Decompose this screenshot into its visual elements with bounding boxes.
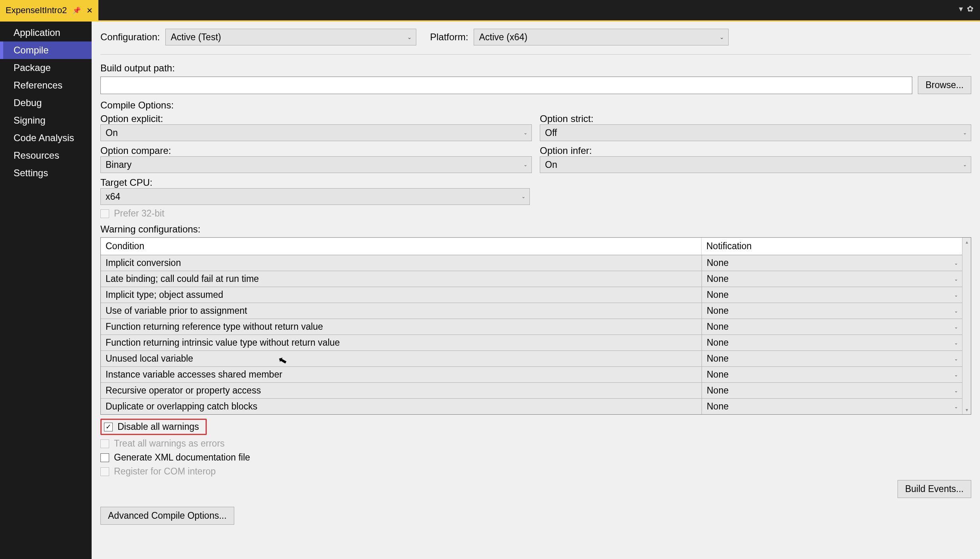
disable-all-warnings-checkbox[interactable]: ✓ (104, 423, 113, 431)
generate-xml-doc-label: Generate XML documentation file (114, 452, 250, 463)
build-output-path-input[interactable] (100, 77, 912, 94)
tab-bar: ExpenseItIntro2 📌 ✕ ▾ ✿ (0, 0, 980, 22)
disable-all-warnings-label: Disable all warnings (118, 421, 199, 432)
chevron-down-icon: ⌄ (954, 308, 958, 314)
advanced-compile-options-button[interactable]: Advanced Compile Options... (100, 507, 234, 525)
warning-config-heading: Warning configurations: (100, 224, 971, 235)
sidebar-item-settings[interactable]: Settings (0, 164, 92, 182)
option-strict-value: Off (545, 128, 557, 138)
warnings-table-row: Implicit conversionNone⌄ (101, 255, 962, 271)
treat-warnings-as-errors-checkbox (100, 439, 109, 448)
prefer-32bit-checkbox (100, 209, 109, 218)
tabbar-overflow[interactable]: ▾ ✿ (959, 0, 980, 14)
warnings-table-row: Late binding; call could fail at run tim… (101, 271, 962, 287)
warning-condition-cell: Implicit conversion (101, 255, 702, 271)
platform-dropdown[interactable]: Active (x64) ⌄ (474, 29, 729, 45)
col-notification[interactable]: Notification (702, 238, 962, 255)
project-properties-sidebar: Application Compile Package References D… (0, 22, 92, 559)
option-compare-value: Binary (106, 159, 131, 170)
sidebar-item-resources[interactable]: Resources (0, 147, 92, 164)
warnings-table-row: Function returning intrinsic value type … (101, 335, 962, 351)
sidebar-item-code-analysis[interactable]: Code Analysis (0, 129, 92, 147)
treat-warnings-as-errors-label: Treat all warnings as errors (114, 438, 225, 449)
sidebar-item-signing[interactable]: Signing (0, 112, 92, 129)
option-compare-label: Option compare: (100, 145, 532, 156)
document-tab[interactable]: ExpenseItIntro2 📌 ✕ (0, 0, 98, 21)
option-infer-dropdown[interactable]: On ⌄ (540, 156, 971, 173)
browse-button[interactable]: Browse... (918, 76, 971, 94)
configuration-label: Configuration: (100, 31, 160, 43)
option-infer-label: Option infer: (540, 145, 971, 156)
col-condition[interactable]: Condition (101, 238, 702, 255)
register-com-interop-label: Register for COM interop (114, 466, 216, 477)
chevron-down-icon: ⌄ (523, 130, 527, 136)
option-explicit-value: On (106, 128, 118, 138)
warnings-table-row: Unused local variableNone⌄ (101, 351, 962, 367)
warning-notification-dropdown[interactable]: None⌄ (702, 351, 962, 366)
table-scrollbar[interactable]: ▴ ▾ (962, 238, 971, 414)
chevron-down-icon: ⌄ (963, 130, 967, 136)
platform-value: Active (x64) (479, 32, 527, 43)
warning-notification-dropdown[interactable]: None⌄ (702, 271, 962, 287)
warnings-table-row: Recursive operator or property accessNon… (101, 383, 962, 399)
warning-condition-cell: Function returning intrinsic value type … (101, 335, 702, 350)
warning-notification-dropdown[interactable]: None⌄ (702, 287, 962, 303)
option-explicit-label: Option explicit: (100, 113, 532, 124)
platform-label: Platform: (430, 31, 468, 43)
warnings-table-row: Implicit type; object assumedNone⌄ (101, 287, 962, 303)
sidebar-item-package[interactable]: Package (0, 59, 92, 77)
chevron-down-icon: ⌄ (954, 372, 958, 378)
warning-condition-cell: Function returning reference type withou… (101, 319, 702, 335)
scroll-up-icon[interactable]: ▴ (966, 239, 968, 245)
tab-title: ExpenseItIntro2 (6, 5, 67, 16)
chevron-down-icon: ⌄ (954, 388, 958, 394)
chevron-down-icon: ⌄ (954, 404, 958, 409)
warning-notification-dropdown[interactable]: None⌄ (702, 335, 962, 350)
dropdown-icon[interactable]: ▾ (959, 4, 963, 14)
sidebar-item-compile[interactable]: Compile (0, 41, 92, 59)
generate-xml-doc-checkbox[interactable] (100, 453, 109, 462)
warning-condition-cell: Instance variable accesses shared member (101, 367, 702, 382)
chevron-down-icon: ⌄ (954, 260, 958, 266)
option-explicit-dropdown[interactable]: On ⌄ (100, 124, 532, 141)
warnings-table-row: Function returning reference type withou… (101, 319, 962, 335)
chevron-down-icon: ⌄ (719, 34, 724, 40)
warnings-table-header: Condition Notification (101, 238, 962, 255)
chevron-down-icon: ⌄ (521, 194, 525, 199)
warning-notification-dropdown[interactable]: None⌄ (702, 303, 962, 319)
warning-notification-dropdown[interactable]: None⌄ (702, 367, 962, 382)
sidebar-item-references[interactable]: References (0, 77, 92, 94)
close-icon[interactable]: ✕ (86, 6, 93, 15)
chevron-down-icon: ⌄ (954, 292, 958, 298)
warning-condition-cell: Late binding; call could fail at run tim… (101, 271, 702, 287)
option-compare-dropdown[interactable]: Binary ⌄ (100, 156, 532, 173)
chevron-down-icon: ⌄ (963, 162, 967, 167)
warning-condition-cell: Duplicate or overlapping catch blocks (101, 399, 702, 414)
warning-notification-dropdown[interactable]: None⌄ (702, 383, 962, 398)
gear-icon[interactable]: ✿ (967, 4, 974, 14)
compile-options-heading: Compile Options: (100, 100, 971, 111)
warning-notification-dropdown[interactable]: None⌄ (702, 319, 962, 335)
warning-condition-cell: Use of variable prior to assignment (101, 303, 702, 319)
warning-condition-cell: Recursive operator or property access (101, 383, 702, 398)
warnings-table-row: Duplicate or overlapping catch blocksNon… (101, 399, 962, 414)
scroll-down-icon[interactable]: ▾ (966, 407, 968, 413)
target-cpu-dropdown[interactable]: x64 ⌄ (100, 188, 530, 205)
warning-condition-cell: Implicit type; object assumed (101, 287, 702, 303)
sidebar-item-debug[interactable]: Debug (0, 94, 92, 112)
configuration-dropdown[interactable]: Active (Test) ⌄ (165, 29, 416, 45)
chevron-down-icon: ⌄ (954, 340, 958, 346)
build-events-button[interactable]: Build Events... (898, 480, 971, 498)
chevron-down-icon: ⌄ (954, 276, 958, 282)
warning-condition-cell: Unused local variable (101, 351, 702, 366)
option-strict-dropdown[interactable]: Off ⌄ (540, 124, 971, 141)
pin-icon[interactable]: 📌 (73, 6, 81, 15)
warning-notification-dropdown[interactable]: None⌄ (702, 399, 962, 414)
sidebar-item-application[interactable]: Application (0, 24, 92, 41)
disable-all-warnings-highlight: ✓ Disable all warnings (100, 419, 207, 435)
build-output-label: Build output path: (100, 63, 971, 74)
prefer-32bit-label: Prefer 32-bit (114, 208, 165, 219)
warning-notification-dropdown[interactable]: None⌄ (702, 255, 962, 271)
chevron-down-icon: ⌄ (954, 356, 958, 362)
configuration-value: Active (Test) (171, 32, 221, 43)
